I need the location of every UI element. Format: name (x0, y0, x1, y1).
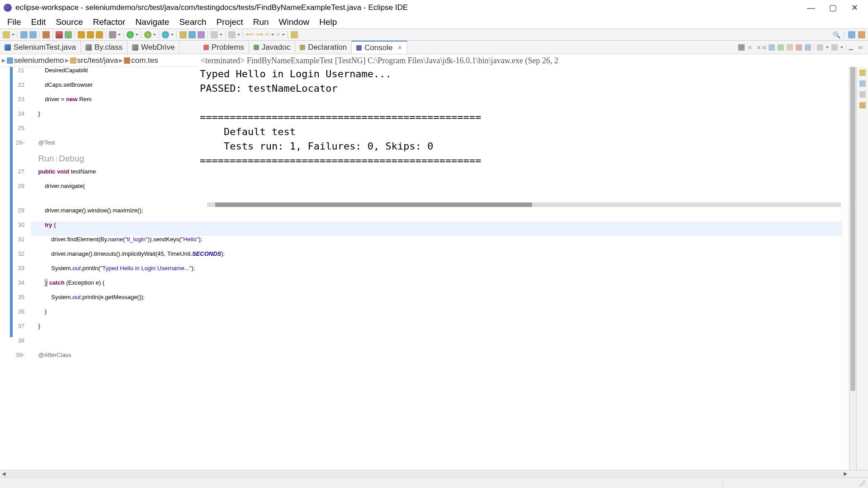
close-button[interactable]: ✕ (850, 3, 859, 12)
dropdown-icon[interactable] (136, 34, 138, 36)
code-line[interactable]: DesiredCapabilit (31, 67, 199, 81)
console-vertical-scrollbar[interactable] (849, 67, 856, 207)
coverage-view-icon[interactable] (859, 102, 866, 108)
skip-breakpoints-icon[interactable] (56, 31, 63, 38)
templates-icon[interactable] (859, 91, 866, 98)
dropdown-icon[interactable] (282, 34, 285, 36)
code-line[interactable]: try { (31, 221, 842, 236)
save-icon[interactable] (20, 31, 28, 38)
dropdown-icon[interactable] (153, 34, 156, 36)
code-line[interactable]: } catch (Exception e) { (31, 279, 842, 294)
code-line[interactable]: dCaps.setBrowser (31, 81, 199, 96)
code-line[interactable]: @AfterClass (31, 352, 842, 366)
code-line[interactable]: } (31, 110, 199, 125)
task-list-icon[interactable] (859, 80, 866, 87)
new-icon[interactable] (3, 31, 10, 38)
menu-source[interactable]: Source (51, 15, 87, 29)
debug-icon[interactable] (109, 31, 116, 38)
editor-tab[interactable]: By.class (81, 41, 127, 54)
dropdown-icon[interactable] (826, 47, 829, 48)
console-tab-declaration[interactable]: Declaration (295, 41, 352, 54)
dropdown-icon[interactable] (237, 34, 240, 36)
new-console-icon[interactable] (831, 44, 838, 51)
breadcrumb[interactable]: ▸ seleniumdemo ▸ src/test/java ▸ com.tes (0, 54, 199, 67)
code-line[interactable]: @Test (31, 139, 199, 154)
step-icon[interactable] (78, 31, 85, 38)
dropdown-icon[interactable] (220, 34, 222, 36)
coverage-icon[interactable] (144, 31, 151, 38)
remove-launch-icon[interactable]: ✕ (747, 44, 754, 51)
forward-icon[interactable]: ⟹ (255, 31, 263, 38)
console-tab-javadoc[interactable]: Javadoc (249, 41, 295, 54)
console-output[interactable]: Typed Hello in Login Username... PASSED:… (199, 67, 849, 202)
dropdown-icon[interactable] (12, 34, 14, 36)
step-over-icon[interactable] (87, 31, 94, 38)
terminate-icon[interactable] (738, 44, 745, 51)
new-class-icon[interactable] (189, 31, 196, 38)
menu-help[interactable]: Help (315, 15, 341, 29)
tasks-icon[interactable] (228, 31, 236, 38)
breadcrumb-project[interactable]: seleniumdemo (14, 56, 64, 65)
resume-icon[interactable] (65, 31, 72, 38)
overview-ruler[interactable] (842, 207, 849, 470)
scroll-lock-icon[interactable] (778, 44, 784, 51)
editor-tab[interactable]: SeleniumTest.java (0, 41, 81, 54)
search-icon[interactable] (211, 31, 218, 38)
scroll-right-icon[interactable]: ▶ (842, 471, 849, 477)
console-tab-problems[interactable]: Problems (199, 41, 249, 54)
code-line[interactable]: driver.navigate( (31, 183, 199, 197)
menu-file[interactable]: File (3, 15, 26, 29)
build-icon[interactable] (42, 31, 50, 38)
perspective-java-icon[interactable] (848, 31, 855, 38)
dropdown-icon[interactable] (271, 34, 274, 36)
code-line[interactable]: System.out.println(e.getMessage()); (31, 294, 842, 308)
console-tab-console[interactable]: Console✕ (352, 41, 407, 54)
dropdown-icon[interactable] (171, 34, 174, 36)
nav-forward-icon[interactable]: ⇨ (276, 31, 280, 38)
menu-run[interactable]: Run (249, 15, 274, 29)
code-line[interactable]: } (31, 323, 842, 337)
pin-icon[interactable] (291, 31, 298, 38)
dropdown-icon[interactable] (118, 34, 121, 36)
resize-handle-icon[interactable] (859, 480, 865, 486)
menu-project[interactable]: Project (212, 15, 248, 29)
nav-back-icon[interactable]: ⇦ (265, 31, 269, 38)
code-line[interactable]: } (31, 308, 842, 323)
pin-console-icon[interactable] (796, 44, 802, 51)
open-type-icon[interactable] (198, 31, 205, 38)
code-line[interactable] (31, 125, 199, 139)
maximize-icon[interactable]: ▭ (858, 44, 864, 51)
remove-all-icon[interactable]: ✕✕ (756, 44, 763, 51)
code-editor[interactable]: DesiredCapabilit dCaps.setBrowser driver… (31, 67, 199, 207)
menu-refactor[interactable]: Refactor (89, 15, 130, 29)
menu-navigate[interactable]: Navigate (131, 15, 174, 29)
code-line[interactable]: public void testName (31, 168, 199, 183)
code-line[interactable]: driver.findElement(By.name("tl_login")).… (31, 236, 842, 250)
new-package-icon[interactable] (179, 31, 187, 38)
code-line[interactable]: driver.manage().window().maximize(); (31, 207, 842, 221)
close-tab-icon[interactable]: ✕ (397, 44, 402, 51)
editor-vertical-scrollbar[interactable] (849, 207, 856, 470)
perspective-debug-icon[interactable] (858, 31, 865, 38)
back-icon[interactable]: ⟸ (246, 31, 254, 38)
word-wrap-icon[interactable] (787, 44, 793, 51)
clear-console-icon[interactable] (769, 44, 775, 51)
console-horizontal-scrollbar[interactable] (207, 202, 841, 207)
step-return-icon[interactable] (96, 31, 103, 38)
minimize-icon[interactable]: ▁ (849, 44, 855, 51)
maximize-button[interactable]: ▢ (828, 3, 837, 12)
dropdown-icon[interactable] (840, 47, 843, 48)
code-line[interactable]: System.out.println("Typed Hello in Login… (31, 265, 842, 279)
breadcrumb-package[interactable]: com.tes (131, 56, 158, 65)
save-all-icon[interactable] (29, 31, 37, 38)
code-line[interactable]: driver.manage().timeouts().implicitlyWai… (31, 250, 842, 265)
run-icon[interactable] (127, 31, 134, 38)
scroll-left-icon[interactable]: ◀ (0, 471, 7, 477)
menu-window[interactable]: Window (274, 15, 314, 29)
breadcrumb-folder[interactable]: src/test/java (77, 56, 118, 65)
quick-access-icon[interactable]: 🔍 (833, 31, 840, 38)
menu-edit[interactable]: Edit (27, 15, 51, 29)
code-editor[interactable]: driver.manage().window().maximize(); try… (31, 207, 842, 470)
outline-icon[interactable] (859, 70, 866, 76)
editor-horizontal-scrollbar[interactable]: ◀ ▶ (0, 470, 868, 477)
